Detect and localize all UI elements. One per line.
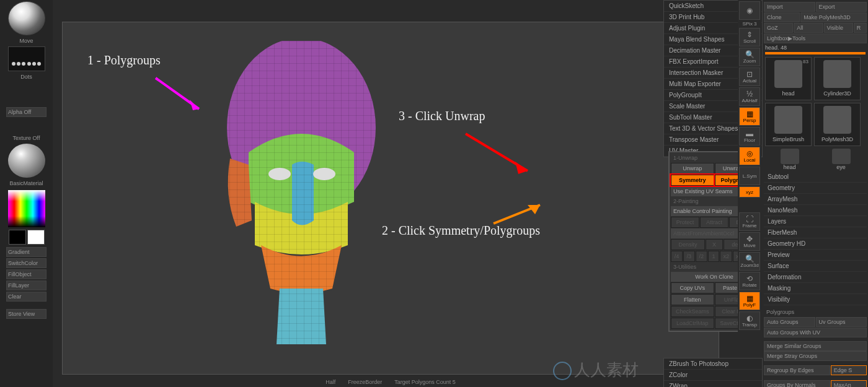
export-button[interactable]: Export — [816, 2, 867, 12]
d4[interactable]: /4 — [671, 251, 683, 262]
arrow-orange — [490, 202, 546, 227]
polyf-button[interactable]: ▦PolyF — [739, 292, 760, 310]
maxan-button[interactable]: MaxAn — [831, 380, 867, 387]
copy-uvs-button[interactable]: Copy UVs — [671, 282, 714, 294]
checkseams-button[interactable]: CheckSeams — [671, 306, 714, 317]
uv-groups-button[interactable]: Uv Groups — [816, 317, 867, 327]
accordion-arraymesh[interactable]: ArrayMesh — [764, 194, 867, 205]
material-preview[interactable] — [8, 144, 45, 178]
actual-button[interactable]: ⊡Actual — [739, 67, 760, 86]
switchcolor-button[interactable]: SwitchColor — [6, 258, 46, 268]
subtool-head[interactable]: head — [764, 147, 815, 172]
half-label[interactable]: Half — [326, 379, 335, 385]
all-button[interactable]: All — [794, 23, 823, 33]
clone-button[interactable]: Clone — [764, 12, 800, 22]
loadctrl-button[interactable]: LoadCtrlMap — [671, 318, 714, 329]
protect-button[interactable]: Protect — [671, 217, 699, 228]
brush-preview[interactable] — [8, 1, 45, 35]
groups-normals-button[interactable]: Groups By Normals — [764, 380, 830, 387]
move-button[interactable]: ✥Move — [739, 232, 760, 251]
svg-point-3 — [313, 168, 335, 180]
x2[interactable]: x2 — [720, 251, 732, 262]
accordion-geometry-hd[interactable]: Geometry HD — [764, 238, 867, 250]
storeview-button[interactable]: Store View — [6, 309, 46, 319]
filllayer-button[interactable]: FillLayer — [6, 280, 46, 290]
r-button[interactable]: R — [854, 23, 867, 33]
import-button[interactable]: Import — [764, 2, 815, 12]
accordion-layers[interactable]: Layers — [764, 216, 867, 227]
annotation-3: 3 - Click Unwrap — [399, 109, 485, 123]
plugin-zcolor[interactable]: ZColor — [664, 370, 762, 381]
subtool-eye[interactable]: eye — [815, 147, 867, 172]
tool-cylinder3d[interactable]: Cylinder3D — [814, 57, 861, 100]
accordion-surface[interactable]: Surface — [764, 261, 867, 272]
visible-button[interactable]: Visible — [824, 23, 853, 33]
head-num: 48 — [781, 45, 787, 51]
zoom-button[interactable]: 🔍Zoom — [739, 48, 760, 66]
brush-label: Move — [0, 37, 53, 45]
x-button[interactable]: X — [706, 239, 723, 250]
xyz-button[interactable]: xyz — [739, 186, 760, 198]
gradient-button[interactable]: Gradient — [6, 247, 46, 257]
accordion-masking[interactable]: Masking — [764, 283, 867, 294]
goz-button[interactable]: GoZ — [764, 23, 793, 33]
plugin-zbrush-to-photoshop[interactable]: ZBrush To Photoshop — [664, 359, 762, 370]
flatten-button[interactable]: Flatten — [671, 294, 714, 305]
color-swatches — [0, 230, 53, 245]
d3[interactable]: /3 — [683, 251, 695, 262]
tool-simplebrush[interactable]: SimpleBrush — [765, 103, 812, 146]
bpr-button[interactable]: ◉ — [739, 1, 760, 20]
material-label: BasicMaterial — [0, 179, 53, 188]
watermark: 人人素材 — [553, 359, 639, 381]
frame-button[interactable]: ⛶Frame — [739, 212, 760, 231]
fillobject-button[interactable]: FillObject — [6, 269, 46, 279]
symmetry-button[interactable]: Symmetry — [671, 175, 714, 186]
color-picker[interactable] — [8, 190, 45, 227]
accordion-deformation[interactable]: Deformation — [764, 272, 867, 283]
make-polymesh-button[interactable]: Make PolyMesh3D — [800, 12, 867, 22]
lightbox-tools-button[interactable]: Lightbox▶Tools — [764, 33, 867, 43]
tool-grid: 83headCylinder3DSimpleBrushPolyMesh3D — [764, 56, 867, 147]
density-button[interactable]: Density — [671, 239, 705, 250]
aahalf-button[interactable]: ½AAHalf — [739, 87, 760, 106]
swatch-black[interactable] — [9, 230, 26, 245]
auto-groups-uv-button[interactable]: Auto Groups With UV — [764, 328, 867, 337]
transp-button[interactable]: ◐Transp — [739, 311, 760, 330]
merge-stray-button[interactable]: Merge Stray Groups — [764, 351, 867, 361]
plugin-zwrap[interactable]: ZWrap — [664, 381, 762, 387]
persp-button[interactable]: ▦Persp — [739, 107, 760, 126]
edge-s-button[interactable]: Edge S — [831, 365, 867, 375]
accordion-nanomesh[interactable]: NanoMesh — [764, 205, 867, 216]
lsym-button[interactable]: L.Sym — [739, 167, 760, 185]
unwrap-button[interactable]: Unwrap — [671, 163, 714, 174]
floor-button[interactable]: ▬Floor — [739, 127, 760, 146]
local-button[interactable]: ◎Local — [739, 147, 760, 165]
accordion-geometry[interactable]: Geometry — [764, 183, 867, 194]
target-label: Target Polygons Count 5 — [394, 379, 456, 385]
accordion-preview[interactable]: Preview — [764, 250, 867, 261]
merge-similar-button[interactable]: Merge Similar Groups — [764, 341, 867, 351]
auto-groups-button[interactable]: Auto Groups — [764, 317, 815, 327]
d1[interactable]: 1 — [708, 251, 720, 262]
svg-marker-5 — [190, 100, 199, 110]
attract-button[interactable]: Attract — [700, 217, 728, 228]
stroke-label: Dots — [0, 72, 53, 81]
zoom3d-button[interactable]: 🔍Zoom3d — [739, 252, 760, 271]
scroll-button[interactable]: ⇕Scroll — [739, 28, 760, 46]
tool-head[interactable]: 83head — [765, 57, 812, 100]
d2[interactable]: /2 — [696, 251, 707, 262]
annotation-1: 1 - Polygroups — [87, 53, 161, 67]
clear-button[interactable]: Clear — [6, 292, 46, 302]
accordion-subtool[interactable]: Subtool — [764, 172, 867, 183]
accordion-visibility[interactable]: Visibility — [764, 294, 867, 305]
accordion-fibermesh[interactable]: FiberMesh — [764, 227, 867, 238]
canvas-viewport[interactable]: 1 - Polygroups 3 - Click Unwrap 2 - Clic… — [62, 22, 719, 375]
tool-polymesh3d[interactable]: PolyMesh3D — [814, 103, 861, 146]
freeze-label[interactable]: FreezeBorder — [348, 379, 382, 385]
alpha-off-button[interactable]: Alpha Off — [6, 107, 46, 117]
regroup-edges-button[interactable]: Regroup By Edges — [764, 365, 830, 375]
svg-point-2 — [268, 168, 291, 180]
stroke-preview[interactable] — [8, 46, 45, 71]
rotate-button[interactable]: ⟲Rotate — [739, 272, 760, 290]
swatch-white[interactable] — [27, 230, 45, 245]
